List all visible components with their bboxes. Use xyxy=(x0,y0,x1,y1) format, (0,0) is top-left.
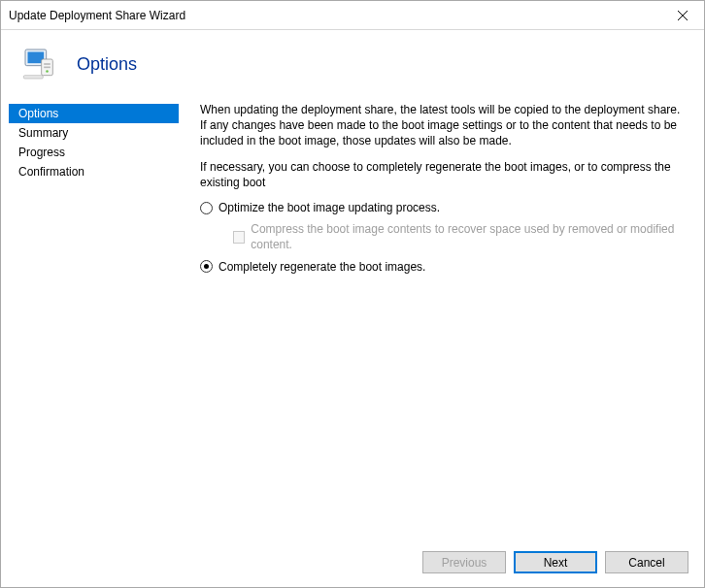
close-icon xyxy=(678,11,688,20)
wizard-footer: Previous Next Cancel xyxy=(1,537,704,587)
radio-regenerate-label: Completely regenerate the boot images. xyxy=(218,259,425,275)
wizard-body: Options Summary Progress Confirmation Wh… xyxy=(1,98,704,537)
checkbox-compress xyxy=(233,231,245,244)
radio-regenerate-row[interactable]: Completely regenerate the boot images. xyxy=(200,259,687,275)
wizard-window: Update Deployment Share Wizard Options O… xyxy=(0,0,705,588)
wizard-header: Options xyxy=(1,30,704,98)
close-button[interactable] xyxy=(660,1,704,29)
checkbox-compress-row: Compress the boot image contents to reco… xyxy=(233,221,687,252)
intro-paragraph-2: If necessary, you can choose to complete… xyxy=(200,159,687,190)
cancel-button[interactable]: Cancel xyxy=(605,551,688,573)
window-title: Update Deployment Share Wizard xyxy=(9,9,185,22)
step-progress[interactable]: Progress xyxy=(9,143,179,162)
svg-rect-5 xyxy=(44,63,50,65)
previous-button: Previous xyxy=(422,551,506,573)
titlebar: Update Deployment Share Wizard xyxy=(1,1,704,30)
step-summary[interactable]: Summary xyxy=(9,123,179,143)
radio-optimize-row[interactable]: Optimize the boot image updating process… xyxy=(200,200,687,215)
svg-rect-8 xyxy=(23,76,43,79)
wizard-content: When updating the deployment share, the … xyxy=(183,102,696,533)
step-options[interactable]: Options xyxy=(9,104,179,123)
radio-regenerate[interactable] xyxy=(200,260,213,273)
radio-optimize[interactable] xyxy=(200,202,213,214)
step-confirmation[interactable]: Confirmation xyxy=(9,162,179,181)
svg-point-7 xyxy=(46,70,49,73)
wizard-steps-sidebar: Options Summary Progress Confirmation xyxy=(9,102,179,533)
checkbox-compress-label: Compress the boot image contents to reco… xyxy=(251,221,687,252)
next-button[interactable]: Next xyxy=(514,551,597,573)
page-title: Options xyxy=(77,54,137,75)
computer-icon xyxy=(20,45,59,83)
radio-optimize-label: Optimize the boot image updating process… xyxy=(218,200,440,215)
intro-paragraph-1: When updating the deployment share, the … xyxy=(200,102,687,149)
svg-rect-6 xyxy=(44,67,50,69)
